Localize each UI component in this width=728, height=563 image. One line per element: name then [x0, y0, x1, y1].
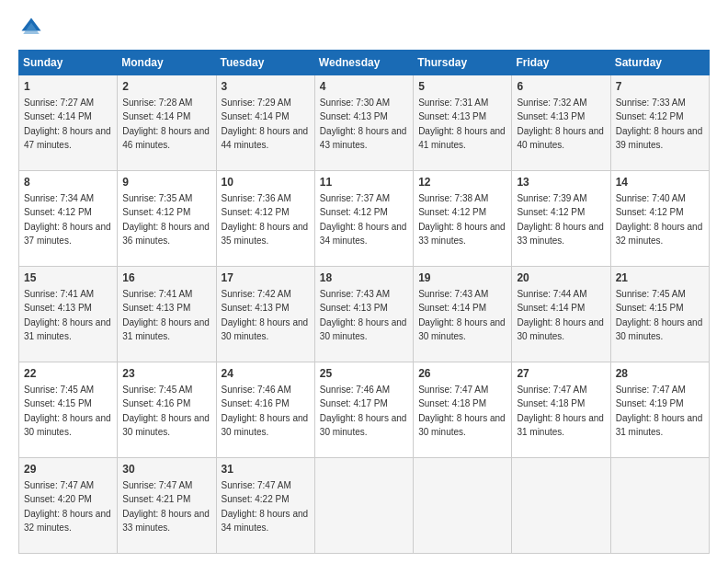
- calendar-cell: 13 Sunrise: 7:39 AMSunset: 4:12 PMDaylig…: [512, 171, 610, 267]
- calendar-table: SundayMondayTuesdayWednesdayThursdayFrid…: [18, 50, 710, 554]
- calendar-cell: [610, 458, 709, 554]
- calendar-cell: 10 Sunrise: 7:36 AMSunset: 4:12 PMDaylig…: [216, 171, 314, 267]
- day-info: Sunrise: 7:44 AMSunset: 4:14 PMDaylight:…: [517, 289, 604, 342]
- calendar-cell: [314, 458, 413, 554]
- day-info: Sunrise: 7:47 AMSunset: 4:22 PMDaylight:…: [222, 480, 309, 534]
- day-number: 15: [24, 270, 112, 286]
- calendar-cell: [414, 458, 512, 554]
- logo-icon: [18, 15, 44, 40]
- calendar-cell: 20 Sunrise: 7:44 AMSunset: 4:14 PMDaylig…: [512, 267, 610, 362]
- day-info: Sunrise: 7:43 AMSunset: 4:14 PMDaylight:…: [418, 289, 506, 342]
- calendar-cell: 29 Sunrise: 7:47 AMSunset: 4:20 PMDaylig…: [19, 458, 118, 554]
- day-info: Sunrise: 7:33 AMSunset: 4:12 PMDaylight:…: [616, 98, 703, 151]
- day-number: 7: [616, 79, 704, 95]
- calendar-cell: 28 Sunrise: 7:47 AMSunset: 4:19 PMDaylig…: [610, 362, 709, 458]
- calendar-cell: 18 Sunrise: 7:43 AMSunset: 4:13 PMDaylig…: [314, 267, 413, 362]
- weekday-header: Sunday: [19, 51, 118, 75]
- day-info: Sunrise: 7:46 AMSunset: 4:16 PMDaylight:…: [222, 385, 309, 438]
- day-number: 6: [517, 79, 605, 95]
- day-number: 13: [517, 175, 605, 190]
- calendar-cell: 21 Sunrise: 7:45 AMSunset: 4:15 PMDaylig…: [610, 267, 709, 362]
- calendar-cell: 15 Sunrise: 7:41 AMSunset: 4:13 PMDaylig…: [19, 267, 118, 362]
- day-number: 22: [24, 366, 112, 382]
- calendar-cell: 24 Sunrise: 7:46 AMSunset: 4:16 PMDaylig…: [216, 362, 314, 458]
- calendar-cell: 22 Sunrise: 7:45 AMSunset: 4:15 PMDaylig…: [19, 362, 118, 458]
- calendar-cell: 27 Sunrise: 7:47 AMSunset: 4:18 PMDaylig…: [512, 362, 610, 458]
- day-number: 20: [517, 270, 605, 286]
- calendar-cell: 7 Sunrise: 7:33 AMSunset: 4:12 PMDayligh…: [610, 75, 709, 171]
- day-info: Sunrise: 7:37 AMSunset: 4:12 PMDaylight:…: [320, 193, 407, 247]
- calendar-cell: 30 Sunrise: 7:47 AMSunset: 4:21 PMDaylig…: [118, 458, 216, 554]
- day-info: Sunrise: 7:46 AMSunset: 4:17 PMDaylight:…: [320, 385, 407, 438]
- logo: [18, 15, 48, 40]
- day-number: 26: [418, 366, 506, 382]
- day-number: 12: [418, 175, 506, 190]
- day-info: Sunrise: 7:27 AMSunset: 4:14 PMDaylight:…: [24, 98, 111, 151]
- calendar-cell: 17 Sunrise: 7:42 AMSunset: 4:13 PMDaylig…: [216, 267, 314, 362]
- day-info: Sunrise: 7:35 AMSunset: 4:12 PMDaylight:…: [122, 193, 210, 247]
- calendar-cell: 14 Sunrise: 7:40 AMSunset: 4:12 PMDaylig…: [610, 171, 709, 267]
- calendar-week: 29 Sunrise: 7:47 AMSunset: 4:20 PMDaylig…: [19, 458, 710, 554]
- day-info: Sunrise: 7:28 AMSunset: 4:14 PMDaylight:…: [122, 98, 210, 151]
- calendar-cell: 19 Sunrise: 7:43 AMSunset: 4:14 PMDaylig…: [414, 267, 512, 362]
- weekday-header: Tuesday: [216, 51, 314, 75]
- calendar-cell: 2 Sunrise: 7:28 AMSunset: 4:14 PMDayligh…: [118, 75, 216, 171]
- day-number: 18: [320, 270, 408, 286]
- day-info: Sunrise: 7:30 AMSunset: 4:13 PMDaylight:…: [320, 98, 407, 151]
- day-info: Sunrise: 7:40 AMSunset: 4:12 PMDaylight:…: [616, 193, 703, 247]
- day-number: 16: [122, 270, 210, 286]
- calendar-cell: [512, 458, 610, 554]
- day-info: Sunrise: 7:47 AMSunset: 4:19 PMDaylight:…: [616, 385, 703, 438]
- day-number: 4: [320, 79, 408, 95]
- day-info: Sunrise: 7:38 AMSunset: 4:12 PMDaylight:…: [418, 193, 506, 247]
- day-number: 5: [418, 79, 506, 95]
- day-number: 3: [222, 79, 310, 95]
- day-info: Sunrise: 7:39 AMSunset: 4:12 PMDaylight:…: [517, 193, 604, 247]
- calendar-cell: 23 Sunrise: 7:45 AMSunset: 4:16 PMDaylig…: [118, 362, 216, 458]
- day-info: Sunrise: 7:45 AMSunset: 4:15 PMDaylight:…: [616, 289, 703, 342]
- calendar-cell: 25 Sunrise: 7:46 AMSunset: 4:17 PMDaylig…: [314, 362, 413, 458]
- calendar-cell: 26 Sunrise: 7:47 AMSunset: 4:18 PMDaylig…: [414, 362, 512, 458]
- header: [18, 15, 710, 40]
- calendar-week: 22 Sunrise: 7:45 AMSunset: 4:15 PMDaylig…: [19, 362, 710, 458]
- weekday-header: Thursday: [414, 51, 512, 75]
- day-number: 28: [616, 366, 704, 382]
- day-number: 31: [222, 462, 310, 477]
- day-number: 29: [24, 462, 112, 477]
- calendar-cell: 5 Sunrise: 7:31 AMSunset: 4:13 PMDayligh…: [414, 75, 512, 171]
- day-number: 11: [320, 175, 408, 190]
- day-number: 27: [517, 366, 605, 382]
- day-info: Sunrise: 7:47 AMSunset: 4:21 PMDaylight:…: [122, 480, 210, 534]
- day-info: Sunrise: 7:45 AMSunset: 4:15 PMDaylight:…: [24, 385, 111, 438]
- calendar-cell: 9 Sunrise: 7:35 AMSunset: 4:12 PMDayligh…: [118, 171, 216, 267]
- day-info: Sunrise: 7:43 AMSunset: 4:13 PMDaylight:…: [320, 289, 407, 342]
- weekday-header: Monday: [118, 51, 216, 75]
- weekday-header: Saturday: [610, 51, 709, 75]
- day-number: 14: [616, 175, 704, 190]
- day-info: Sunrise: 7:47 AMSunset: 4:18 PMDaylight:…: [418, 385, 506, 438]
- day-number: 30: [122, 462, 210, 477]
- day-info: Sunrise: 7:34 AMSunset: 4:12 PMDaylight:…: [24, 193, 111, 247]
- day-number: 23: [122, 366, 210, 382]
- calendar-cell: 3 Sunrise: 7:29 AMSunset: 4:14 PMDayligh…: [216, 75, 314, 171]
- calendar-cell: 11 Sunrise: 7:37 AMSunset: 4:12 PMDaylig…: [314, 171, 413, 267]
- calendar-cell: 16 Sunrise: 7:41 AMSunset: 4:13 PMDaylig…: [118, 267, 216, 362]
- day-info: Sunrise: 7:45 AMSunset: 4:16 PMDaylight:…: [122, 385, 210, 438]
- day-info: Sunrise: 7:41 AMSunset: 4:13 PMDaylight:…: [122, 289, 210, 342]
- day-number: 25: [320, 366, 408, 382]
- calendar-cell: 12 Sunrise: 7:38 AMSunset: 4:12 PMDaylig…: [414, 171, 512, 267]
- day-info: Sunrise: 7:47 AMSunset: 4:18 PMDaylight:…: [517, 385, 604, 438]
- calendar-cell: 8 Sunrise: 7:34 AMSunset: 4:12 PMDayligh…: [19, 171, 118, 267]
- day-number: 10: [222, 175, 310, 190]
- day-info: Sunrise: 7:31 AMSunset: 4:13 PMDaylight:…: [418, 98, 506, 151]
- calendar-week: 8 Sunrise: 7:34 AMSunset: 4:12 PMDayligh…: [19, 171, 710, 267]
- calendar-cell: 4 Sunrise: 7:30 AMSunset: 4:13 PMDayligh…: [314, 75, 413, 171]
- header-row: SundayMondayTuesdayWednesdayThursdayFrid…: [19, 51, 710, 75]
- day-number: 17: [222, 270, 310, 286]
- day-number: 24: [222, 366, 310, 382]
- calendar-week: 15 Sunrise: 7:41 AMSunset: 4:13 PMDaylig…: [19, 267, 710, 362]
- day-number: 2: [122, 79, 210, 95]
- day-info: Sunrise: 7:29 AMSunset: 4:14 PMDaylight:…: [222, 98, 309, 151]
- calendar-cell: 6 Sunrise: 7:32 AMSunset: 4:13 PMDayligh…: [512, 75, 610, 171]
- day-info: Sunrise: 7:36 AMSunset: 4:12 PMDaylight:…: [222, 193, 309, 247]
